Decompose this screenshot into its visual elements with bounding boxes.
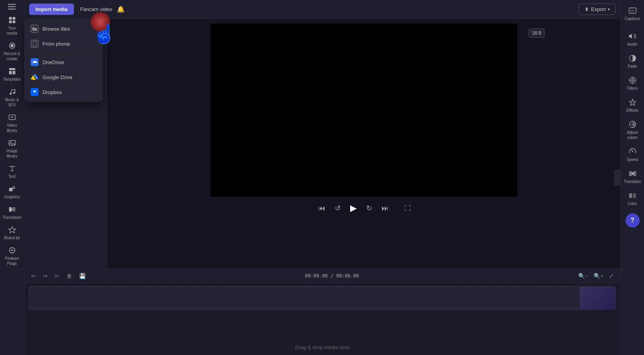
svg-point-23: [34, 45, 35, 46]
sidebar-label-image-library: Image library: [3, 148, 22, 159]
sidebar-item-image-library[interactable]: Image library: [1, 136, 23, 161]
video-controls: ⏮ ↺ ▶ ↻ ⏭ ⛶: [317, 202, 411, 215]
redo-button[interactable]: ↪: [41, 272, 50, 280]
from-phone-item[interactable]: From phone: [24, 36, 103, 51]
flags-icon: [8, 246, 17, 255]
notification-icon[interactable]: 🔔: [117, 6, 125, 13]
image-icon: [8, 139, 17, 147]
dropbox-item[interactable]: Dropbox: [24, 85, 103, 100]
sidebar-item-brand-kit[interactable]: Brand kit: [1, 223, 23, 243]
svg-point-33: [632, 151, 633, 152]
sidebar-label-record: Record & create: [3, 51, 22, 61]
sidebar-label-music: Music & SFX: [3, 97, 22, 107]
right-label-audio: Audio: [627, 42, 638, 47]
svg-rect-15: [9, 188, 13, 191]
sidebar-item-record[interactable]: Record & create: [1, 39, 23, 64]
right-item-fade[interactable]: Fade: [622, 51, 644, 72]
color-icon: [628, 191, 637, 200]
fade-icon: [628, 54, 637, 63]
graphics-icon: [8, 185, 17, 193]
dropdown-menu: Browse files From phone OneDri: [24, 19, 103, 102]
sidebar-item-music[interactable]: Music & SFX: [1, 85, 23, 110]
right-label-fade: Fade: [628, 64, 637, 69]
frame-back-button[interactable]: ↺: [333, 202, 342, 214]
sidebar-item-templates[interactable]: Templates: [1, 65, 23, 84]
svg-rect-2: [9, 20, 12, 23]
import-media-button[interactable]: Import media: [29, 4, 74, 15]
cut-button[interactable]: ✂: [53, 272, 61, 280]
right-item-adjust-colors[interactable]: Adjust colors: [622, 117, 644, 143]
right-label-adjust-colors: Adjust colors: [623, 130, 642, 140]
frame-forward-button[interactable]: ↻: [365, 202, 374, 214]
svg-point-14: [10, 142, 11, 143]
right-label-speed: Speed: [627, 157, 638, 162]
aspect-ratio-badge[interactable]: 16:9: [528, 28, 544, 38]
export-chevron-icon: ▾: [608, 7, 610, 11]
filters-icon: [628, 76, 637, 85]
right-item-color[interactable]: Color: [622, 188, 644, 209]
right-item-transition[interactable]: Transition: [622, 166, 644, 187]
svg-rect-8: [13, 71, 15, 74]
video-lib-icon: [8, 113, 17, 122]
collapse-panel-button[interactable]: ‹: [614, 170, 620, 185]
svg-point-16: [12, 186, 15, 189]
sidebar-item-transitions[interactable]: Transitions: [1, 203, 23, 222]
transitions-icon: [8, 205, 17, 214]
svg-marker-19: [9, 227, 16, 233]
svg-point-21: [11, 250, 13, 251]
svg-rect-6: [9, 68, 15, 70]
right-item-effects[interactable]: Effects: [622, 95, 644, 116]
right-label-effects: Effects: [626, 108, 638, 113]
sidebar-item-your-media[interactable]: Your media: [1, 13, 23, 38]
sidebar-label-feature-flags: Feature Flags: [3, 256, 22, 266]
help-button[interactable]: ?: [626, 213, 640, 227]
hamburger-menu[interactable]: [8, 3, 17, 10]
onedrive-icon: [31, 58, 39, 66]
sidebar-item-video-library[interactable]: Video library: [1, 111, 23, 135]
zoom-controls: 🔍− 🔍+ ⤢: [576, 272, 616, 280]
timeline-track-main[interactable]: [29, 286, 616, 310]
svg-rect-36: [629, 193, 632, 198]
browse-files-item[interactable]: Browse files: [24, 21, 103, 36]
svg-marker-12: [11, 116, 14, 118]
delete-button[interactable]: 🗑: [65, 272, 74, 280]
top-bar: Import media Fancam video 🔔 ⬆ Export ▾: [24, 0, 620, 19]
sidebar-item-feature-flags[interactable]: Feature Flags: [1, 244, 23, 268]
fit-button[interactable]: ⤢: [607, 272, 616, 280]
timeline-clip[interactable]: [579, 287, 615, 310]
record-icon: [8, 41, 17, 50]
right-item-captions[interactable]: CC Captions: [622, 3, 644, 24]
undo-button[interactable]: ↩: [29, 272, 38, 280]
skip-forward-button[interactable]: ⏭: [380, 203, 390, 214]
export-button[interactable]: ⬆ Export ▾: [579, 4, 616, 15]
skip-back-button[interactable]: ⏮: [317, 203, 327, 214]
right-label-transition: Transition: [624, 179, 641, 184]
right-label-filters: Filters: [627, 86, 638, 91]
template-icon: [8, 67, 17, 76]
right-label-color: Color: [628, 201, 637, 206]
gdrive-item[interactable]: Google Drive: [24, 70, 103, 85]
transition-icon: [628, 169, 637, 178]
zoom-out-button[interactable]: 🔍−: [576, 272, 590, 280]
preview-area: Singer sings a so... Two joyful wom... 1…: [24, 19, 620, 268]
sidebar-label-text: Text: [8, 174, 15, 179]
play-button[interactable]: ▶: [349, 202, 358, 215]
left-sidebar: Your media Record & create Templates: [0, 0, 24, 355]
sidebar-label-templates: Templates: [3, 77, 21, 82]
fullscreen-button[interactable]: ⛶: [404, 205, 411, 212]
right-item-audio[interactable]: Audio: [622, 29, 644, 50]
svg-text:CC: CC: [630, 9, 634, 12]
sidebar-label-your-media: Your media: [3, 26, 22, 36]
sidebar-label-brand-kit: Brand kit: [4, 235, 20, 240]
sidebar-item-text[interactable]: Text: [1, 162, 23, 181]
svg-rect-1: [13, 17, 15, 20]
right-item-filters[interactable]: Filters: [622, 73, 644, 94]
onedrive-item[interactable]: OneDrive: [24, 55, 103, 70]
sidebar-item-graphics[interactable]: Graphics: [1, 182, 23, 202]
zoom-in-button[interactable]: 🔍+: [592, 272, 605, 280]
right-item-speed[interactable]: Speed: [622, 144, 644, 165]
captions-icon: CC: [628, 6, 637, 15]
save-button[interactable]: 💾: [77, 272, 88, 280]
svg-rect-37: [633, 193, 636, 198]
current-time: 00:00.00: [305, 273, 328, 279]
